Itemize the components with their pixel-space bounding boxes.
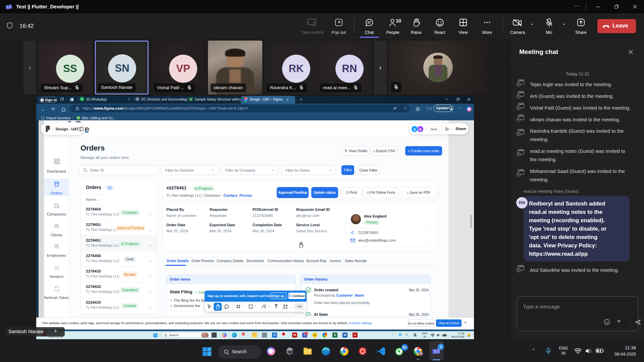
svg-text:T: T bbox=[7, 6, 9, 9]
svg-text:T: T bbox=[434, 350, 436, 354]
